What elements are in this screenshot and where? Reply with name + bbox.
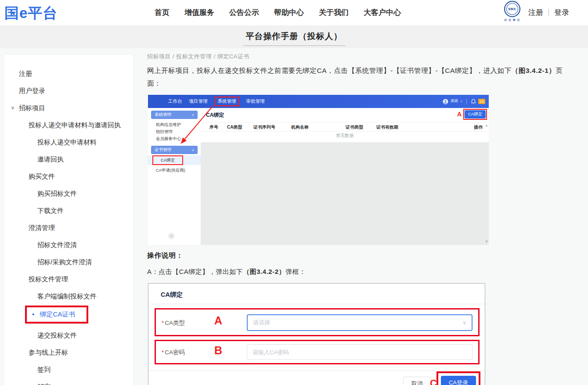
dialog-divider [148, 304, 485, 304]
ccrc-certification-badge: EBS CCRC [500, 1, 524, 22]
figure1-item-org-info: 机构信息维护 [156, 122, 181, 128]
dialog-footer-divider [148, 371, 485, 371]
sidebar-item-purchase-files[interactable]: 购买文件 [4, 168, 133, 185]
sidebar-item-sign-in[interactable]: 签到 [4, 361, 133, 378]
annotation-letter-b: B [214, 344, 222, 357]
sidebar-item-decrypt[interactable]: 解密 [4, 378, 133, 385]
ops-instructions-title: 操作说明： [147, 251, 184, 260]
annotation-box-sidebar: • 绑定CA证书 [25, 306, 88, 324]
login-link[interactable]: 登录 [554, 7, 569, 18]
sidebar-item-user-login[interactable]: 用户登录 [4, 82, 133, 99]
page: 国e平台 首页 增值服务 公告公示 帮助中心 关于我们 大客户中心 EBS CC… [0, 0, 588, 385]
figure1-user-area: 两两 ∨ 29 [443, 95, 485, 108]
figure1-nav-divider [466, 99, 467, 104]
title-strip: 平台操作手册（投标人） [0, 25, 588, 48]
figure1-body: 基础管理 ∧ 机构信息维护 组织管理 会员服务中心 证书管理 ∧ CA绑定 [148, 108, 489, 245]
annotation-letter-a: A [214, 314, 222, 327]
sidebar-item-bid-file-clarification[interactable]: 招标文件澄清 [4, 236, 133, 253]
field-a-label: *CA类型 [162, 319, 185, 327]
figure1-nav-workbench: 工作台 [168, 98, 182, 104]
figure1-nav-system-mgmt-highlighted: 系统管理 [215, 97, 239, 106]
nav-value-added-services[interactable]: 增值服务 [184, 7, 214, 18]
sidebar-item-register[interactable]: 注册 [4, 65, 133, 82]
select-placeholder: 请选择 [253, 319, 270, 327]
sidebar-item-online-bid-opening[interactable]: 参与线上开标 [4, 344, 133, 361]
figure1-sidebar: 基础管理 ∧ 机构信息维护 组织管理 会员服务中心 证书管理 ∧ CA绑定 [148, 108, 201, 245]
sidebar-item-submit-bid-file[interactable]: 递交投标文件 [4, 327, 133, 344]
chevron-up-icon: ∧ [192, 148, 194, 152]
breadcrumb: 招标项目 / 投标文件管理 / 绑定CA证书 [147, 53, 249, 61]
annotation-box-bind-button: CA绑定 [463, 109, 487, 120]
sidebar-item-purchase-bid-files[interactable]: 购买招标文件 [4, 185, 133, 202]
annotation-letter-a: A [457, 111, 462, 118]
figure1-group-cert-mgmt: 证书管理 ∧ [151, 146, 198, 154]
figure1-ca-bind-button: CA绑定 [465, 110, 486, 119]
dialog-title: CA绑定 [161, 291, 183, 299]
required-asterisk: * [162, 320, 164, 326]
required-asterisk: * [162, 349, 164, 356]
sidebar-item-bind-ca-cert-active[interactable]: • 绑定CA证书 [4, 305, 133, 327]
figure1-nav-approval-mgmt: 审批管理 [246, 98, 265, 104]
col-seq: 序号 [209, 124, 218, 130]
top-nav: 首页 增值服务 公告公示 帮助中心 关于我们 大客户中心 [155, 7, 401, 18]
sidebar-collapse-icon: « [168, 233, 175, 239]
bell-icon [471, 99, 476, 104]
col-actions: 操作 [474, 124, 483, 130]
chevron-down-icon[interactable]: ∨ [11, 99, 14, 116]
figure1-nav-project-mgmt: 项目管理 [189, 98, 208, 104]
figure-3-4-2-1-screenshot: 工作台 项目管理 系统管理 审批管理 两两 ∨ [148, 95, 489, 245]
nav-help-center[interactable]: 帮助中心 [274, 7, 304, 18]
figure-3-4-2-2-dialog: CA绑定 *CA类型 A 请选择 ∨ *CA密码 B 取消 [148, 283, 485, 385]
sidebar-item-download-files[interactable]: 下载文件 [4, 202, 133, 219]
content-region: 注册 用户登录 ∨ 招标项目 投标人递交申请材料与邀请回执 投标人递交申请材料 … [0, 48, 588, 385]
scroll-down-icon: ∨ [485, 239, 488, 243]
cancel-button: 取消 [403, 377, 431, 385]
scroll-up-icon: ∧ [485, 124, 488, 128]
nav-key-account-center[interactable]: 大客户中心 [364, 7, 401, 18]
top-header: 国e平台 首页 增值服务 公告公示 帮助中心 关于我们 大客户中心 EBS CC… [0, 0, 588, 25]
ca-type-select: 请选择 ∨ [247, 314, 473, 331]
sidebar-item-invite-receipt[interactable]: 邀请回执 [4, 151, 133, 168]
manual-article: 招标项目 / 投标文件管理 / 绑定CA证书 网上开标项目，投标人在递交投标文件… [146, 48, 588, 385]
col-cert-valid: 证书有效期 [376, 124, 398, 130]
figure1-item-member-service: 会员服务中心 [156, 136, 181, 142]
chevron-down-icon: ∨ [460, 100, 462, 103]
sidebar-item-bidding-project[interactable]: ∨ 招标项目 [4, 99, 133, 116]
sidebar-item-submit-materials[interactable]: 投标人递交申请材料 [4, 133, 133, 151]
sidebar-item-bid-purchase-clarification[interactable]: 招标/采购文件澄清 [4, 253, 133, 270]
annotation-box-ca-bind-item: CA绑定 [152, 155, 183, 165]
figure1-table-header: 序号 CA类型 证书序列号 机构名称 证书类型 证书有效期 操作 [201, 122, 489, 132]
figure1-panel: CA绑定 A CA绑定 序号 CA类型 证书序列号 机构名称 证书类型 证书有效… [201, 108, 489, 142]
figure1-empty-text: 暂无数据 [201, 133, 489, 139]
nav-home[interactable]: 首页 [155, 7, 170, 18]
step-a-text: A：点击【CA绑定】，弹出如下（图3.4.2-2）弹框： [147, 268, 306, 276]
col-cert-serial: 证书序列号 [253, 124, 275, 130]
sidebar-item-clarification-mgmt[interactable]: 澄清管理 [4, 219, 133, 236]
ca-login-button: CA登录 [441, 376, 476, 385]
sidebar-item-client-compose-bid[interactable]: 客户端编制投标文件 [4, 288, 133, 305]
intro-paragraph: 网上开标项目，投标人在递交投标文件之前需要先绑定CA，点击【系统管理】-【证书管… [147, 64, 573, 90]
ca-password-input [247, 344, 473, 360]
nav-about-us[interactable]: 关于我们 [319, 7, 349, 18]
col-org-name: 机构名称 [291, 124, 309, 130]
site-logo[interactable]: 国e平台 [4, 4, 58, 23]
chevron-down-icon: ∨ [462, 320, 466, 326]
user-avatar-icon [443, 99, 448, 104]
active-bullet-icon: • [32, 310, 34, 318]
register-link[interactable]: 注册 [528, 7, 543, 18]
chevron-up-icon: ∧ [192, 113, 194, 117]
figure1-group-basic-mgmt: 基础管理 ∧ [151, 111, 198, 119]
figure1-panel-title: CA绑定 [206, 112, 224, 119]
figure1-navbar: 工作台 项目管理 系统管理 审批管理 两两 ∨ [148, 95, 489, 108]
sidebar-item-submit-materials-invite[interactable]: 投标人递交申请材料与邀请回执 [4, 116, 133, 133]
sidebar-item-bid-doc-mgmt[interactable]: 投标文件管理 [4, 270, 133, 288]
notification-badge: 29 [478, 99, 485, 104]
annotation-letter-c: C [430, 378, 437, 385]
auth-links: 注册 登录 [528, 7, 569, 18]
manual-sidebar: 注册 用户登录 ∨ 招标项目 投标人递交申请材料与邀请回执 投标人递交申请材料 … [4, 54, 134, 385]
page-title: 平台操作手册（投标人） [243, 31, 345, 46]
nav-announcements[interactable]: 公告公示 [229, 7, 259, 18]
ccrc-badge-icon: EBS [504, 1, 520, 17]
field-b-label: *CA密码 [162, 349, 185, 356]
figure1-username: 两两 [451, 99, 458, 104]
